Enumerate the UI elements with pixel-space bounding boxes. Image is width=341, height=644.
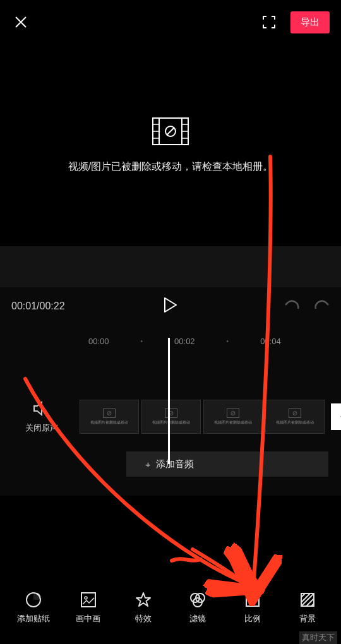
- svg-line-10: [167, 128, 174, 135]
- film-missing-icon: [152, 117, 189, 148]
- mute-original-button[interactable]: 关闭原声: [25, 401, 58, 434]
- clip-error-text: 视频图片被删除或移动: [214, 420, 252, 426]
- ruler-tick: 00:00: [88, 337, 109, 346]
- video-clip[interactable]: 视频图片被删除或移动: [141, 400, 201, 434]
- clip-error-text: 视频图片被删除或移动: [90, 420, 128, 426]
- clip-error-text: 视频图片被删除或移动: [152, 420, 190, 426]
- spacer: [0, 246, 341, 287]
- tool-label: 比例: [244, 613, 261, 624]
- add-clip-button[interactable]: +: [331, 403, 341, 430]
- mute-label: 关闭原声: [25, 422, 58, 434]
- svg-line-22: [294, 412, 297, 415]
- svg-point-25: [85, 597, 87, 599]
- tool-label: 滤镜: [189, 613, 206, 624]
- tool-label: 特效: [135, 613, 152, 624]
- film-icon: [103, 408, 116, 418]
- svg-line-19: [232, 412, 235, 415]
- sticker-icon: [25, 590, 42, 609]
- bottom-toolbar: 添加贴纸 画中画 特效 滤镜 比例 背景: [0, 582, 341, 633]
- total-time: 00:22: [40, 301, 65, 311]
- timecode: 00:01/00:22: [11, 301, 65, 312]
- tool-effects[interactable]: 特效: [119, 590, 168, 624]
- tool-background[interactable]: 背景: [283, 590, 332, 624]
- ruler-dot: •: [141, 338, 143, 345]
- video-clip[interactable]: 视频图片被删除或移动: [80, 400, 139, 434]
- watermark: 真时天下: [299, 631, 337, 644]
- undo-redo-group: [284, 299, 330, 314]
- playhead[interactable]: [168, 338, 170, 464]
- play-button[interactable]: [163, 297, 178, 316]
- svg-line-13: [108, 412, 111, 415]
- ruler-dot: •: [227, 338, 229, 345]
- undo-icon: [284, 299, 301, 311]
- add-audio-button[interactable]: + 添加音频: [126, 451, 328, 477]
- ruler-tick: 00:02: [174, 337, 195, 346]
- fullscreen-icon: [262, 15, 276, 29]
- redo-button[interactable]: [313, 299, 330, 314]
- undo-button[interactable]: [284, 299, 301, 314]
- fullscreen-button[interactable]: [260, 13, 278, 31]
- effects-icon: [135, 590, 152, 609]
- background-icon: [300, 590, 315, 609]
- header: 导出: [0, 0, 341, 44]
- plus-icon: +: [145, 459, 151, 470]
- timeline-area: 00:00 • 00:02 • 00:04 关闭原声 视频图片被删除或移动: [0, 325, 341, 496]
- preview-area: 视频/图片已被删除或移动，请检查本地相册。: [0, 44, 341, 246]
- video-clip[interactable]: 视频图片被删除或移动: [203, 400, 263, 434]
- tool-pip[interactable]: 画中画: [64, 590, 113, 624]
- add-audio-label: 添加音频: [156, 458, 194, 470]
- film-icon: [289, 408, 301, 418]
- tool-label: 画中画: [76, 613, 100, 624]
- svg-line-16: [170, 412, 173, 415]
- svg-rect-29: [246, 593, 259, 606]
- svg-rect-24: [81, 593, 95, 607]
- tool-label: 背景: [299, 613, 316, 624]
- speaker-icon: [33, 401, 51, 416]
- tool-sticker[interactable]: 添加贴纸: [9, 590, 58, 624]
- ratio-icon: [245, 590, 260, 609]
- pip-icon: [80, 590, 97, 609]
- close-button[interactable]: [11, 13, 30, 32]
- redo-icon: [313, 299, 330, 311]
- film-icon: [165, 408, 177, 418]
- export-button[interactable]: 导出: [290, 11, 330, 33]
- ruler-tick: 00:04: [260, 337, 281, 346]
- play-icon: [163, 297, 178, 313]
- player-bar: 00:01/00:22: [0, 287, 341, 325]
- tracks-container: 关闭原声 视频图片被删除或移动 视频图片被删除或移动: [0, 369, 341, 496]
- tool-filter[interactable]: 滤镜: [173, 590, 222, 624]
- preview-error-text: 视频/图片已被删除或移动，请检查本地相册。: [68, 160, 273, 174]
- tool-label: 添加贴纸: [17, 613, 50, 624]
- tool-ratio[interactable]: 比例: [228, 590, 277, 624]
- header-right: 导出: [260, 11, 330, 33]
- close-icon: [13, 15, 28, 30]
- time-ruler[interactable]: 00:00 • 00:02 • 00:04: [0, 331, 341, 350]
- filter-icon: [188, 590, 207, 609]
- film-icon: [227, 408, 239, 418]
- video-clip[interactable]: 视频图片被删除或移动: [265, 400, 325, 434]
- clips-row: 视频图片被删除或移动 视频图片被删除或移动 视频图片被删除或移动: [80, 400, 341, 434]
- current-time: 00:01: [11, 301, 37, 311]
- clip-error-text: 视频图片被删除或移动: [276, 420, 314, 426]
